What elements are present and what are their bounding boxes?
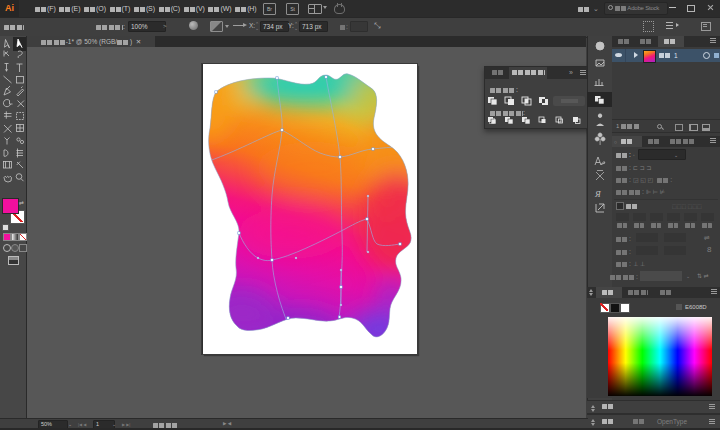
svg-text:Я: Я	[594, 189, 601, 199]
